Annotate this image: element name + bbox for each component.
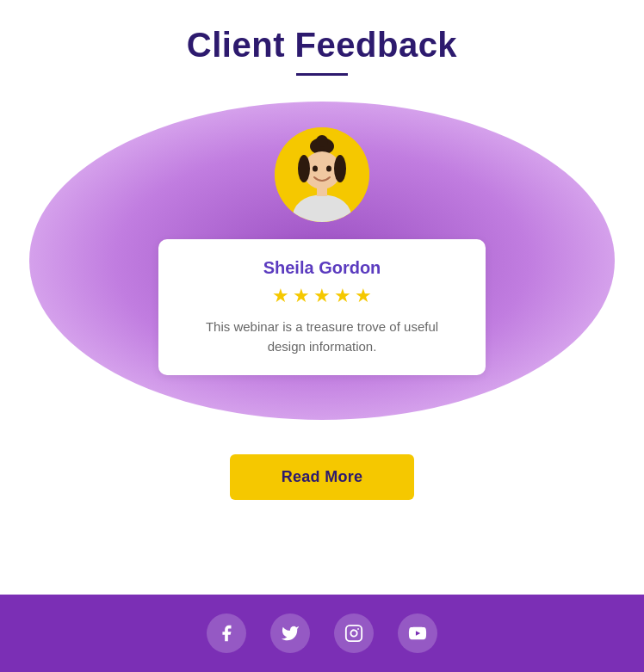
feedback-card: Sheila Gordon ★ ★ ★ ★ ★ This webinar is … (158, 239, 486, 375)
page-title: Client Feedback (187, 26, 457, 65)
svg-point-5 (298, 155, 310, 182)
oval-background: Sheila Gordon ★ ★ ★ ★ ★ This webinar is … (29, 102, 615, 420)
title-divider (296, 73, 348, 76)
youtube-icon[interactable] (398, 613, 437, 653)
client-name: Sheila Gordon (193, 258, 451, 278)
star-5: ★ (355, 285, 372, 307)
star-1: ★ (272, 285, 289, 307)
main-content: Client Feedback (0, 0, 644, 595)
star-4: ★ (334, 285, 351, 307)
facebook-icon[interactable] (207, 613, 246, 653)
svg-point-3 (316, 135, 328, 147)
svg-point-7 (313, 166, 318, 172)
svg-rect-10 (346, 626, 362, 641)
avatar-image (275, 127, 369, 222)
svg-rect-9 (317, 186, 327, 196)
star-3: ★ (313, 285, 331, 307)
instagram-icon[interactable] (334, 613, 374, 653)
star-rating: ★ ★ ★ ★ ★ (193, 285, 451, 307)
star-2: ★ (293, 285, 310, 307)
svg-point-8 (326, 166, 331, 172)
feedback-text: This webinar is a treasure trove of usef… (193, 318, 451, 356)
twitter-icon[interactable] (270, 613, 310, 653)
footer (0, 595, 644, 672)
avatar (275, 127, 369, 222)
read-more-button[interactable]: Read More (230, 454, 415, 500)
svg-point-6 (334, 155, 346, 182)
